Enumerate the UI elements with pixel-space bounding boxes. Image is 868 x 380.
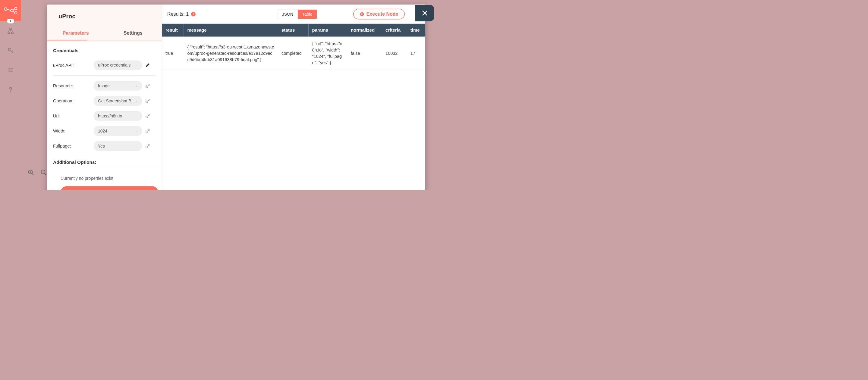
cell-criteria: 10032 — [382, 37, 407, 70]
sidebar-item-credentials[interactable] — [0, 41, 21, 60]
cell-status: completed — [278, 37, 308, 70]
svg-point-30 — [147, 132, 147, 132]
field-resource: Resource: Image ⌄ — [53, 78, 156, 93]
svg-point-26 — [147, 116, 147, 117]
close-modal-button[interactable] — [415, 5, 434, 22]
width-value: 1024 — [98, 129, 107, 133]
app-logo — [0, 0, 21, 21]
view-table-button[interactable]: Table — [298, 10, 317, 19]
tab-settings[interactable]: Settings — [104, 26, 161, 41]
resource-value: Image — [98, 83, 110, 88]
sidebar-toggle-button[interactable] — [7, 19, 14, 24]
chevron-down-icon: ⌄ — [135, 129, 138, 133]
question-icon — [8, 87, 13, 93]
width-options-button[interactable] — [145, 128, 151, 134]
gears-icon — [145, 83, 150, 89]
svg-point-36 — [149, 145, 149, 145]
fullpage-label: Fullpage: — [53, 144, 94, 149]
cell-result: true — [162, 37, 184, 70]
list-icon — [7, 67, 14, 73]
svg-point-32 — [149, 130, 149, 130]
info-icon[interactable]: i — [191, 12, 195, 16]
operation-label: Operation: — [53, 99, 94, 104]
url-options-button[interactable] — [145, 113, 151, 119]
results-table-wrap: result message status params normalized … — [162, 24, 425, 190]
additional-options-label: Additional Options: — [53, 160, 156, 165]
sidebar-item-help[interactable] — [0, 80, 21, 99]
width-select[interactable]: 1024 ⌄ — [94, 126, 142, 136]
zoom-in-button[interactable] — [26, 167, 36, 178]
svg-point-10 — [8, 70, 9, 70]
key-icon — [7, 47, 13, 54]
results-header: Results: 1 i JSON Table Execute Node — [162, 4, 425, 24]
results-count: Results: 1 — [167, 11, 189, 17]
field-url: Url: https://n8n.io — [53, 108, 156, 124]
sidebar-item-executions[interactable] — [0, 60, 21, 80]
svg-point-3 — [15, 12, 17, 14]
width-label: Width: — [53, 129, 94, 134]
svg-rect-9 — [9, 68, 13, 69]
results-panel: Results: 1 i JSON Table Execute Node res… — [162, 4, 425, 190]
app-sidebar — [0, 0, 21, 190]
panel-tabs: Parameters Settings — [47, 26, 162, 41]
zoom-out-icon — [40, 169, 47, 176]
col-normalized: normalized — [347, 24, 382, 37]
execute-node-button[interactable]: Execute Node — [353, 9, 405, 20]
pencil-icon — [145, 63, 150, 68]
uproc-api-label: uProc API: — [53, 63, 94, 68]
uproc-api-select[interactable]: uProc credentials ⌄ — [94, 61, 142, 70]
operation-options-button[interactable] — [145, 98, 151, 104]
node-title: uProc — [47, 4, 162, 26]
svg-rect-5 — [8, 32, 10, 34]
svg-point-12 — [8, 71, 9, 72]
resource-options-button[interactable] — [145, 83, 151, 89]
svg-rect-6 — [11, 32, 13, 34]
col-criteria: criteria — [382, 24, 407, 37]
col-time: time — [407, 24, 425, 37]
field-operation: Operation: Get Screenshot B... ⌄ — [53, 93, 156, 108]
gears-icon — [145, 113, 150, 118]
cell-normalized: false — [347, 37, 382, 70]
url-value: https://n8n.io — [98, 113, 122, 118]
view-toggle: JSON Table — [277, 9, 317, 19]
svg-point-2 — [15, 7, 17, 10]
fullpage-options-button[interactable] — [145, 143, 151, 149]
url-label: Url: — [53, 113, 94, 118]
tab-parameters[interactable]: Parameters — [47, 26, 104, 41]
chevron-down-icon: ⌄ — [135, 64, 138, 67]
svg-point-0 — [4, 8, 7, 10]
parameters-panel: uProc Parameters Settings Credentials uP… — [47, 4, 162, 190]
svg-point-22 — [147, 101, 147, 102]
svg-point-1 — [11, 9, 13, 12]
cell-params: { "url": "https://n8n.io", "width": "102… — [309, 37, 347, 70]
col-status: status — [278, 24, 308, 37]
view-json-button[interactable]: JSON — [278, 10, 298, 19]
zoom-in-icon — [28, 169, 34, 176]
svg-rect-13 — [9, 72, 13, 72]
svg-point-14 — [10, 91, 11, 92]
svg-point-24 — [149, 100, 149, 100]
execute-button-label: Execute Node — [367, 11, 398, 17]
resource-select[interactable]: Image ⌄ — [94, 81, 142, 91]
fullpage-value: Yes — [98, 144, 105, 148]
url-input[interactable]: https://n8n.io — [94, 111, 142, 121]
chevron-down-icon: ⌄ — [135, 84, 138, 88]
svg-point-20 — [149, 84, 149, 85]
edit-credential-button[interactable] — [145, 62, 151, 68]
uproc-api-value: uProc credentials — [98, 63, 130, 68]
svg-point-18 — [147, 87, 147, 87]
node-editor-modal: uProc Parameters Settings Credentials uP… — [47, 4, 425, 190]
n8n-logo-icon — [4, 7, 18, 14]
chevron-down-icon: ⌄ — [135, 99, 138, 103]
gears-icon — [145, 128, 150, 134]
add-option-button[interactable]: Add Option — [61, 186, 158, 190]
field-width: Width: 1024 ⌄ — [53, 124, 156, 139]
play-circle-icon — [360, 12, 364, 16]
fullpage-select[interactable]: Yes ⌄ — [94, 141, 142, 151]
table-row: true { "result": "https://s3-eu-west-1.a… — [162, 37, 425, 70]
sidebar-item-hierarchy[interactable] — [0, 21, 21, 41]
operation-select[interactable]: Get Screenshot B... ⌄ — [94, 96, 142, 106]
zoom-controls — [26, 167, 49, 178]
svg-point-28 — [149, 115, 149, 115]
chevron-right-icon — [9, 20, 12, 23]
